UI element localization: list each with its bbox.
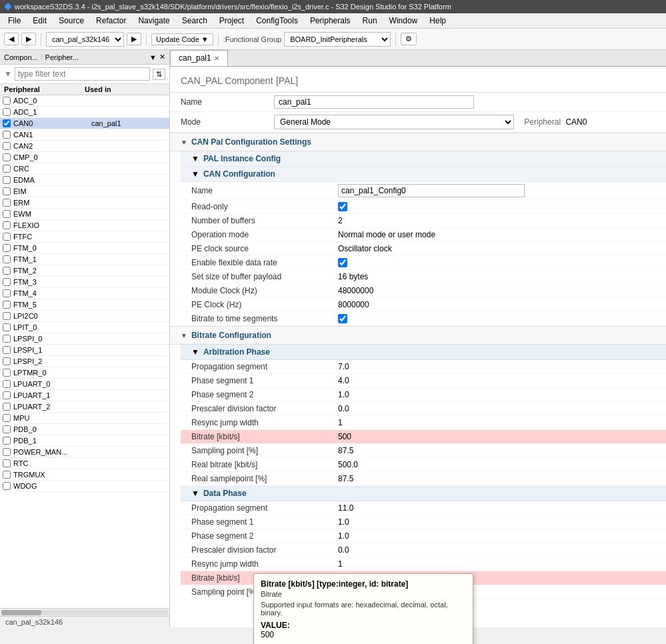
- peripheral-checkbox[interactable]: [3, 437, 11, 445]
- menu-window[interactable]: Window: [384, 15, 423, 27]
- peripheral-checkbox[interactable]: [3, 425, 11, 433]
- peripheral-row[interactable]: FTM_3: [0, 277, 169, 288]
- peripheral-checkbox[interactable]: [3, 131, 11, 139]
- menu-refactor[interactable]: Refactor: [91, 15, 131, 27]
- peripheral-row[interactable]: LPI2C0: [0, 311, 169, 322]
- peripheral-row[interactable]: PDB_1: [0, 435, 169, 447]
- menu-navigate[interactable]: Navigate: [133, 15, 175, 27]
- peripheral-checkbox[interactable]: [3, 459, 11, 467]
- readonly-checkbox[interactable]: [338, 202, 347, 211]
- peripheral-checkbox[interactable]: [3, 448, 11, 456]
- panel-tab-components[interactable]: Compon...: [4, 53, 38, 61]
- peripheral-checkbox[interactable]: [3, 414, 11, 422]
- peripheral-row[interactable]: LPSPI_2: [0, 356, 169, 367]
- peripheral-row[interactable]: LPUART_0: [0, 379, 169, 390]
- config-name-input[interactable]: [338, 184, 525, 197]
- peripheral-checkbox[interactable]: [3, 369, 11, 377]
- peripheral-checkbox[interactable]: [3, 210, 11, 218]
- menu-file[interactable]: File: [3, 15, 26, 27]
- peripheral-checkbox[interactable]: [3, 289, 11, 297]
- peripheral-row[interactable]: MPU: [0, 413, 169, 424]
- menu-peripherals[interactable]: Peripherals: [305, 15, 356, 27]
- panel-close-btn[interactable]: ✕: [159, 53, 165, 61]
- toolbar-build-btn[interactable]: ▶: [127, 33, 141, 45]
- peripheral-row[interactable]: CAN0 can_pal1: [0, 118, 169, 129]
- peripheral-checkbox[interactable]: [3, 119, 11, 127]
- peripheral-checkbox[interactable]: [3, 357, 11, 365]
- peripheral-checkbox[interactable]: [3, 471, 11, 479]
- peripheral-row[interactable]: POWER_MAN...: [0, 447, 169, 458]
- functional-group-select[interactable]: BOARD_InitPeripherals: [284, 32, 391, 47]
- peripheral-row[interactable]: EDMA: [0, 175, 169, 186]
- peripheral-checkbox[interactable]: [3, 323, 11, 331]
- peripheral-row[interactable]: EWM: [0, 209, 169, 220]
- enable-flex-checkbox[interactable]: [338, 258, 347, 267]
- menu-configtools[interactable]: ConfigTools: [251, 15, 303, 27]
- peripheral-row[interactable]: LPUART_2: [0, 401, 169, 413]
- peripheral-checkbox[interactable]: [3, 187, 11, 195]
- menu-help[interactable]: Help: [424, 15, 451, 27]
- peripheral-row[interactable]: LPIT_0: [0, 322, 169, 333]
- filter-sort-btn[interactable]: ⇅: [153, 69, 165, 80]
- peripheral-row[interactable]: FTM_5: [0, 299, 169, 311]
- peripheral-row[interactable]: RTC: [0, 458, 169, 469]
- peripheral-row[interactable]: CRC: [0, 163, 169, 175]
- bottom-scrollbar[interactable]: [0, 608, 169, 616]
- peripheral-checkbox[interactable]: [3, 199, 11, 207]
- peripheral-checkbox[interactable]: [3, 278, 11, 286]
- peripheral-checkbox[interactable]: [3, 165, 11, 173]
- panel-tab-peripherals[interactable]: Peripher...: [45, 53, 79, 61]
- arbitration-header[interactable]: ▼ Arbitration Phase: [181, 345, 666, 360]
- mode-select[interactable]: General Mode: [274, 115, 514, 129]
- tab-close-btn[interactable]: ✕: [214, 55, 219, 62]
- peripheral-checkbox[interactable]: [3, 153, 11, 161]
- peripheral-row[interactable]: ADC_0: [0, 95, 169, 107]
- name-input[interactable]: [274, 95, 474, 109]
- peripheral-row[interactable]: ADC_1: [0, 107, 169, 118]
- peripheral-checkbox[interactable]: [3, 482, 11, 490]
- peripheral-checkbox[interactable]: [3, 176, 11, 184]
- peripheral-checkbox[interactable]: [3, 301, 11, 309]
- peripheral-row[interactable]: TRGMUX: [0, 469, 169, 481]
- menu-search[interactable]: Search: [177, 15, 213, 27]
- bitrate-time-checkbox[interactable]: [338, 314, 347, 323]
- peripheral-row[interactable]: CMP_0: [0, 152, 169, 163]
- menu-run[interactable]: Run: [357, 15, 383, 27]
- peripheral-row[interactable]: LPSPI_0: [0, 333, 169, 345]
- data-phase-header[interactable]: ▼ Data Phase: [181, 486, 666, 501]
- menu-project[interactable]: Project: [214, 15, 249, 27]
- peripheral-checkbox[interactable]: [3, 380, 11, 388]
- peripheral-checkbox[interactable]: [3, 233, 11, 241]
- peripheral-row[interactable]: FLEXIO: [0, 220, 169, 231]
- peripheral-row[interactable]: WDOG: [0, 481, 169, 492]
- peripheral-checkbox[interactable]: [3, 403, 11, 411]
- pal-instance-header[interactable]: ▼ PAL Instance Config: [181, 151, 666, 167]
- toolbar-back-btn[interactable]: ◀: [4, 33, 19, 45]
- peripheral-checkbox[interactable]: [3, 267, 11, 275]
- peripheral-row[interactable]: FTFC: [0, 231, 169, 243]
- menu-source[interactable]: Source: [53, 15, 89, 27]
- peripheral-row[interactable]: FTM_2: [0, 265, 169, 277]
- peripheral-checkbox[interactable]: [3, 255, 11, 263]
- peripheral-checkbox[interactable]: [3, 108, 11, 116]
- peripheral-row[interactable]: CAN2: [0, 141, 169, 152]
- filter-input[interactable]: [15, 67, 150, 81]
- project-select[interactable]: can_pal_s32k146: [46, 32, 124, 47]
- peripheral-checkbox[interactable]: [3, 346, 11, 354]
- toolbar-settings-btn[interactable]: ⚙: [401, 33, 417, 45]
- can-config-header[interactable]: ▼ CAN Configuration: [181, 167, 666, 182]
- peripheral-checkbox[interactable]: [3, 335, 11, 343]
- peripheral-checkbox[interactable]: [3, 142, 11, 150]
- update-code-btn[interactable]: Update Code ▼: [151, 33, 213, 45]
- peripheral-row[interactable]: ERM: [0, 197, 169, 209]
- peripheral-row[interactable]: FTM_0: [0, 243, 169, 254]
- peripheral-row[interactable]: PDB_0: [0, 424, 169, 435]
- menu-edit[interactable]: Edit: [27, 15, 52, 27]
- tab-can-pal1[interactable]: can_pal1 ✕: [170, 50, 228, 66]
- peripheral-row[interactable]: LPUART_1: [0, 390, 169, 401]
- bitrate-config-section-header[interactable]: ▼ Bitrate Configuration: [170, 326, 666, 345]
- peripheral-row[interactable]: EIM: [0, 186, 169, 197]
- peripheral-row[interactable]: LPSPI_1: [0, 345, 169, 356]
- peripheral-checkbox[interactable]: [3, 221, 11, 229]
- peripheral-checkbox[interactable]: [3, 312, 11, 320]
